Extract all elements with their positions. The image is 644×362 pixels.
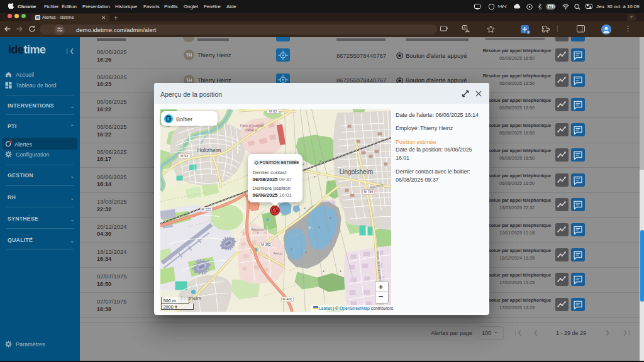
svg-text:Parc d'Activité: Parc d'Activité bbox=[240, 123, 264, 127]
svg-text:M 392: M 392 bbox=[261, 243, 270, 246]
svg-text:Aérop..: Aérop.. bbox=[273, 251, 284, 255]
svg-text:Joffre 2: Joffre 2 bbox=[243, 128, 257, 131]
svg-text:61: 61 bbox=[548, 5, 552, 9]
svg-text:M 400: M 400 bbox=[282, 297, 292, 301]
svg-text:?: ? bbox=[256, 231, 258, 234]
svg-text:A: A bbox=[464, 26, 466, 30]
svg-text:Holtzheim: Holtzheim bbox=[197, 146, 221, 153]
svg-text:✳: ✳ bbox=[308, 225, 311, 229]
svg-text:M 63: M 63 bbox=[269, 109, 276, 113]
svg-text:M 221: M 221 bbox=[201, 207, 211, 211]
svg-text:M 93: M 93 bbox=[180, 154, 187, 158]
svg-text:1: 1 bbox=[527, 30, 529, 34]
svg-text:Lingolsheim: Lingolsheim bbox=[339, 168, 372, 175]
svg-text:M 784: M 784 bbox=[364, 190, 373, 194]
